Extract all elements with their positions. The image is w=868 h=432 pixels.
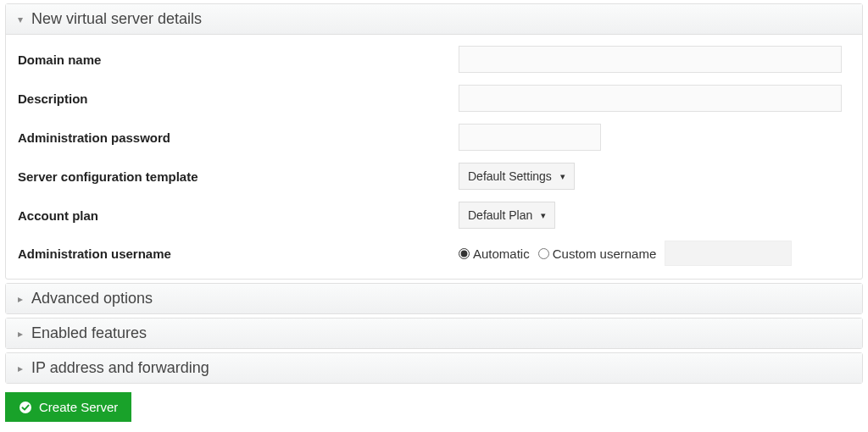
caret-down-icon: ▾	[14, 14, 26, 25]
caret-right-icon: ▸	[14, 293, 26, 305]
panel-ip-forwarding: ▸ IP address and forwarding	[5, 352, 863, 384]
panel-header-details[interactable]: ▾ New virtual server details	[6, 4, 862, 35]
panel-title-advanced: Advanced options	[31, 290, 153, 307]
admin-password-input[interactable]	[459, 124, 601, 151]
template-select-value: Default Settings	[468, 169, 552, 183]
domain-name-input[interactable]	[459, 46, 842, 73]
chevron-down-icon: ▾	[541, 210, 546, 221]
panel-new-server-details: ▾ New virtual server details Domain name…	[5, 3, 863, 280]
caret-right-icon: ▸	[14, 363, 26, 374]
label-description: Description	[18, 91, 459, 106]
caret-right-icon: ▸	[14, 328, 26, 340]
label-admin-username: Administration username	[18, 246, 459, 261]
row-template: Server configuration template Default Se…	[6, 157, 862, 196]
panel-body-details: Domain name Description Administration p…	[6, 35, 862, 279]
row-description: Description	[6, 79, 862, 118]
radio-custom-wrap[interactable]: Custom username	[538, 246, 657, 261]
panel-header-ip[interactable]: ▸ IP address and forwarding	[6, 353, 862, 383]
panel-title-ip: IP address and forwarding	[31, 359, 209, 377]
plan-select[interactable]: Default Plan ▾	[459, 202, 555, 229]
create-server-button-label: Create Server	[39, 400, 118, 414]
panel-title-features: Enabled features	[31, 324, 147, 342]
description-input[interactable]	[459, 85, 842, 112]
label-domain-name: Domain name	[18, 53, 459, 67]
chevron-down-icon: ▾	[560, 171, 565, 182]
label-admin-password: Administration password	[18, 130, 459, 145]
label-account-plan: Account plan	[18, 208, 459, 223]
panel-enabled-features: ▸ Enabled features	[5, 318, 863, 349]
panel-header-advanced[interactable]: ▸ Advanced options	[6, 284, 862, 313]
row-admin-username: Administration username Automatic Custom…	[6, 235, 862, 272]
row-admin-password: Administration password	[6, 118, 862, 157]
row-account-plan: Account plan Default Plan ▾	[6, 196, 862, 235]
plan-select-value: Default Plan	[468, 208, 532, 222]
check-circle-icon	[19, 401, 32, 414]
label-template: Server configuration template	[18, 169, 459, 184]
template-select[interactable]: Default Settings ▾	[459, 163, 575, 190]
radio-automatic-wrap[interactable]: Automatic	[459, 246, 530, 261]
svg-point-0	[19, 402, 31, 413]
radio-custom[interactable]	[538, 248, 549, 259]
radio-automatic-label: Automatic	[473, 246, 530, 261]
panel-header-features[interactable]: ▸ Enabled features	[6, 318, 862, 348]
panel-title-details: New virtual server details	[31, 10, 202, 28]
row-domain-name: Domain name	[6, 40, 862, 79]
radio-custom-label: Custom username	[553, 246, 657, 261]
radio-automatic[interactable]	[459, 248, 470, 259]
create-server-button[interactable]: Create Server	[5, 392, 131, 422]
panel-advanced-options: ▸ Advanced options	[5, 283, 863, 314]
custom-username-input[interactable]	[665, 241, 792, 266]
